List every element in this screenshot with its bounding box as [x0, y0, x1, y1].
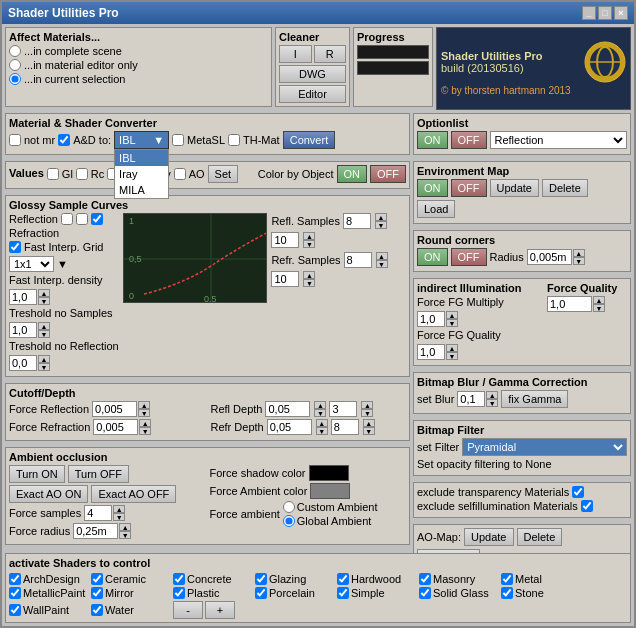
ao-delete-button[interactable]: Delete — [517, 528, 563, 546]
round-off-button[interactable]: OFF — [451, 248, 487, 266]
force-samples-up[interactable]: ▲ — [113, 505, 125, 513]
fg-multiply-input[interactable] — [417, 311, 445, 327]
threshold-reflection-down[interactable]: ▼ — [38, 363, 50, 371]
cb-plastic[interactable] — [173, 587, 185, 599]
force-quality-up[interactable]: ▲ — [593, 296, 605, 304]
fg-quality-input[interactable] — [417, 344, 445, 360]
not-mr-checkbox[interactable] — [9, 134, 21, 146]
set-button[interactable]: Set — [208, 165, 239, 183]
threshold-samples-up[interactable]: ▲ — [38, 322, 50, 330]
optionlist-on-button[interactable]: ON — [417, 131, 448, 149]
a-and-d-checkbox[interactable] — [58, 134, 70, 146]
thmat-checkbox[interactable] — [228, 134, 240, 146]
force-radius-input[interactable] — [73, 523, 118, 539]
affect-selection-radio[interactable] — [9, 73, 21, 85]
ibl-dropdown[interactable]: IBL ▼ IBL Iray MILA — [114, 131, 169, 149]
env-delete-button[interactable]: Delete — [542, 179, 588, 197]
force-samples-input[interactable] — [84, 505, 112, 521]
threshold-samples-input[interactable] — [9, 322, 37, 338]
cb-mirror[interactable] — [91, 587, 103, 599]
refr-depth-up[interactable]: ▲ — [316, 419, 328, 427]
density-spinner[interactable]: ▲ ▼ — [9, 289, 50, 305]
optionlist-select[interactable]: Reflection — [490, 131, 628, 149]
ibl-select[interactable]: IBL ▼ — [114, 131, 169, 149]
reflection-cb3[interactable] — [91, 213, 103, 225]
cb-concrete[interactable] — [173, 573, 185, 585]
cb-solidglass[interactable] — [419, 587, 431, 599]
refr-s1-input[interactable] — [344, 252, 372, 268]
radius-spinner[interactable]: ▲ ▼ — [527, 249, 585, 265]
cb-porcelain[interactable] — [255, 587, 267, 599]
maximize-button[interactable]: □ — [598, 6, 612, 20]
force-refraction-input[interactable] — [93, 419, 138, 435]
fg-quality-spinner[interactable]: ▲ ▼ — [417, 344, 458, 360]
threshold-samples-down[interactable]: ▼ — [38, 330, 50, 338]
color-on-button[interactable]: ON — [337, 165, 368, 183]
density-up[interactable]: ▲ — [38, 289, 50, 297]
force-quality-down[interactable]: ▼ — [593, 304, 605, 312]
force-refraction-up[interactable]: ▲ — [139, 419, 151, 427]
refl-s2-input[interactable] — [271, 232, 299, 248]
refr-s1-down[interactable]: ▼ — [376, 260, 388, 268]
cb-archdesign[interactable] — [9, 573, 21, 585]
ibl-option-iray[interactable]: Iray — [115, 166, 168, 182]
refl-s1-input[interactable] — [343, 213, 371, 229]
cb-stone[interactable] — [501, 587, 513, 599]
grid-select[interactable]: 1x1 — [9, 256, 54, 272]
ambient-color-box[interactable] — [310, 483, 350, 499]
refl-depth-up[interactable]: ▲ — [314, 401, 326, 409]
round-on-button[interactable]: ON — [417, 248, 448, 266]
force-refraction-spinner[interactable]: ▲ ▼ — [93, 419, 151, 435]
exclude-selfillum-cb[interactable] — [581, 500, 593, 512]
shader-minus-button[interactable]: - — [173, 601, 203, 619]
ao-turn-on-button[interactable]: Turn ON — [9, 465, 65, 483]
radius-down[interactable]: ▼ — [573, 257, 585, 265]
refl-depth-n-up[interactable]: ▲ — [361, 401, 373, 409]
refr-s2-input[interactable] — [271, 271, 299, 287]
cb-simple[interactable] — [337, 587, 349, 599]
ao-turn-off-button[interactable]: Turn OFF — [68, 465, 129, 483]
ibl-option-ibl[interactable]: IBL — [115, 150, 168, 166]
density-input[interactable] — [9, 289, 37, 305]
force-radius-spinner[interactable]: ▲ ▼ — [73, 523, 131, 539]
blur-input[interactable] — [457, 391, 485, 407]
refl-s1-down[interactable]: ▼ — [375, 221, 387, 229]
refr-depth-down[interactable]: ▼ — [316, 427, 328, 435]
cb-ceramic[interactable] — [91, 573, 103, 585]
force-reflection-down[interactable]: ▼ — [138, 409, 150, 417]
exact-ao-on-button[interactable]: Exact AO ON — [9, 485, 88, 503]
fix-gamma-button[interactable]: fix Gamma — [501, 390, 568, 408]
blur-up[interactable]: ▲ — [486, 391, 498, 399]
env-off-button[interactable]: OFF — [451, 179, 487, 197]
force-quality-spinner[interactable]: ▲ ▼ — [547, 296, 627, 312]
affect-complete-radio[interactable] — [9, 45, 21, 57]
ao-checkbox[interactable] — [174, 168, 186, 180]
force-reflection-up[interactable]: ▲ — [138, 401, 150, 409]
cleaner-r-button[interactable]: R — [314, 45, 347, 63]
fg-quality-down[interactable]: ▼ — [446, 352, 458, 360]
force-radius-up[interactable]: ▲ — [119, 523, 131, 531]
threshold-reflection-up[interactable]: ▲ — [38, 355, 50, 363]
filter-select[interactable]: Pyramidal — [462, 438, 627, 456]
radius-up[interactable]: ▲ — [573, 249, 585, 257]
fg-quality-up[interactable]: ▲ — [446, 344, 458, 352]
exclude-transparency-cb[interactable] — [572, 486, 584, 498]
blur-down[interactable]: ▼ — [486, 399, 498, 407]
refl-depth-n-input[interactable] — [329, 401, 357, 417]
refl-depth-input[interactable] — [265, 401, 310, 417]
force-samples-down[interactable]: ▼ — [113, 513, 125, 521]
refr-depth-n-up[interactable]: ▲ — [363, 419, 375, 427]
rc-checkbox[interactable] — [76, 168, 88, 180]
cb-glazing[interactable] — [255, 573, 267, 585]
color-off-button[interactable]: OFF — [370, 165, 406, 183]
refr-s2-up[interactable]: ▲ — [303, 271, 315, 279]
threshold-reflection-spinner[interactable]: ▲ ▼ — [9, 355, 50, 371]
shader-plus-button[interactable]: + — [205, 601, 235, 619]
custom-ambient-radio[interactable] — [283, 501, 295, 513]
reflection-cb2[interactable] — [76, 213, 88, 225]
optionlist-off-button[interactable]: OFF — [451, 131, 487, 149]
cleaner-editor-button[interactable]: Editor — [279, 85, 346, 103]
refl-depth-down[interactable]: ▼ — [314, 409, 326, 417]
cb-metallicpaint[interactable] — [9, 587, 21, 599]
force-reflection-spinner[interactable]: ▲ ▼ — [92, 401, 150, 417]
